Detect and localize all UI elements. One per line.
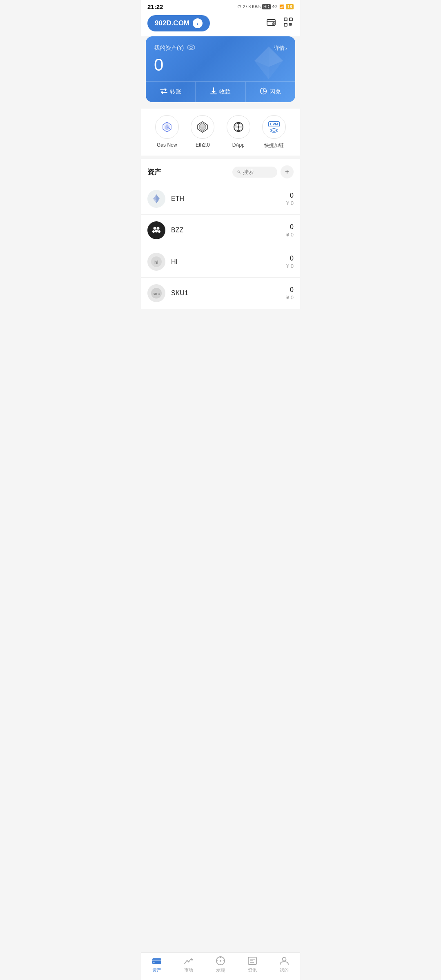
logo-arrow: › — [193, 18, 203, 28]
scan-icon[interactable] — [283, 17, 294, 30]
news-nav-label: 资讯 — [248, 967, 257, 973]
sku1-logo: SKU — [147, 284, 165, 302]
bzz-logo — [147, 221, 165, 239]
svg-point-37 — [155, 230, 158, 233]
eth-name: ETH — [171, 195, 286, 203]
discover-nav-label: 发现 — [216, 967, 225, 973]
bzz-name: BZZ — [171, 227, 286, 234]
svg-text:hi: hi — [154, 260, 158, 265]
svg-point-5 — [187, 45, 195, 50]
eth2-circle — [191, 115, 214, 139]
header-actions — [266, 17, 294, 30]
hi-balance: 0 — [286, 255, 294, 262]
eth-watermark — [250, 45, 287, 83]
asset-item-bzz[interactable]: BZZ 0 ¥ 0 — [141, 215, 300, 246]
assets-nav-label: 资产 — [152, 967, 161, 973]
assets-search-area: + — [232, 165, 294, 178]
bzz-cny: ¥ 0 — [286, 232, 294, 238]
eth2-label: Eth2.0 — [196, 142, 210, 148]
svg-point-35 — [154, 227, 156, 230]
svg-point-6 — [190, 46, 192, 49]
quick-item-gas-now[interactable]: Gas Now — [155, 115, 179, 149]
hi-values: 0 ¥ 0 — [286, 255, 294, 269]
logo-button[interactable]: 902D.COM › — [147, 15, 210, 31]
bzz-values: 0 ¥ 0 — [286, 223, 294, 238]
bzz-balance: 0 — [286, 223, 294, 231]
search-input[interactable] — [243, 169, 272, 175]
quick-item-dapp[interactable]: DApp — [227, 115, 250, 149]
sku1-cny: ¥ 0 — [286, 294, 294, 301]
dapp-label: DApp — [232, 142, 245, 148]
flash-icon — [260, 87, 267, 96]
svg-marker-27 — [270, 128, 278, 131]
gas-now-label: Gas Now — [157, 142, 177, 148]
svg-marker-11 — [269, 47, 283, 67]
add-asset-button[interactable]: + — [281, 165, 294, 178]
evm-badge: EVM — [268, 121, 280, 127]
signal-bars: 📶 — [279, 4, 284, 9]
svg-point-38 — [152, 230, 155, 233]
bottom-nav: 资产 市场 发现 资讯 — [141, 952, 300, 980]
logo-text: 902D.COM — [155, 19, 189, 27]
nav-item-discover[interactable]: 发现 — [208, 956, 233, 973]
sku1-name: SKU1 — [171, 290, 286, 297]
dapp-circle — [227, 115, 250, 139]
svg-point-26 — [238, 126, 239, 128]
eth-logo — [147, 190, 165, 208]
header: 902D.COM › — [141, 12, 300, 36]
eth-cny: ¥ 0 — [286, 200, 294, 206]
quick-item-quick-chain[interactable]: EVM 快捷加链 — [262, 115, 286, 149]
hi-name: HI — [171, 258, 286, 265]
svg-rect-4 — [284, 23, 287, 26]
svg-point-48 — [220, 960, 221, 962]
transfer-label: 转账 — [170, 88, 181, 96]
svg-point-57 — [283, 958, 286, 961]
transfer-button[interactable]: 转账 — [146, 82, 196, 102]
svg-point-39 — [158, 230, 160, 233]
svg-rect-44 — [152, 958, 161, 964]
search-box — [232, 167, 277, 178]
search-icon — [237, 169, 241, 175]
flash-label: 闪兑 — [270, 88, 281, 96]
nav-item-assets[interactable]: 资产 — [145, 956, 169, 973]
nav-item-market[interactable]: 市场 — [176, 956, 201, 973]
receive-button[interactable]: 收款 — [196, 82, 245, 102]
quick-item-eth2[interactable]: Eth2.0 — [191, 115, 214, 149]
svg-point-36 — [157, 227, 160, 230]
speed-text: 27.8 KB/s — [243, 4, 261, 9]
hi-logo: hi — [147, 253, 165, 271]
asset-label: 我的资产(¥) — [154, 45, 195, 52]
sku1-values: 0 ¥ 0 — [286, 286, 294, 301]
svg-text:SKU: SKU — [152, 292, 160, 296]
asset-item-sku1[interactable]: SKU SKU1 0 ¥ 0 — [141, 278, 300, 309]
asset-actions: 转账 收款 闪兑 — [146, 81, 295, 102]
quick-chain-label: 快捷加链 — [264, 142, 284, 149]
nav-item-news[interactable]: 资讯 — [240, 956, 265, 973]
speed-icon: ⏱ — [237, 4, 241, 9]
battery-icon: 18 — [286, 4, 294, 9]
market-nav-label: 市场 — [184, 967, 193, 973]
assets-title: 资产 — [147, 167, 161, 177]
flash-button[interactable]: 闪兑 — [246, 82, 295, 102]
eye-icon[interactable] — [187, 45, 195, 52]
transfer-icon — [160, 88, 167, 96]
sku1-balance: 0 — [286, 286, 294, 294]
svg-point-46 — [154, 962, 155, 963]
quick-chain-circle: EVM — [262, 115, 286, 139]
mine-nav-label: 我的 — [280, 967, 289, 973]
svg-rect-45 — [152, 960, 161, 961]
market-nav-icon — [184, 956, 194, 965]
asset-item-hi[interactable]: hi HI 0 ¥ 0 — [141, 246, 300, 278]
eth-values: 0 ¥ 0 — [286, 192, 294, 206]
assets-nav-icon — [152, 956, 162, 965]
status-bar: 21:22 ⏱ 27.8 KB/s HD 4G 📶 18 — [141, 0, 300, 12]
svg-rect-3 — [290, 18, 292, 21]
asset-item-eth[interactable]: ETH 0 ¥ 0 — [141, 183, 300, 215]
nav-item-mine[interactable]: 我的 — [272, 956, 296, 973]
discover-nav-icon — [216, 956, 225, 966]
news-nav-icon — [247, 956, 257, 965]
svg-marker-10 — [254, 47, 269, 67]
eth-balance: 0 — [286, 192, 294, 199]
wallet-add-icon[interactable] — [266, 17, 276, 30]
hd-badge: HD — [262, 4, 270, 9]
